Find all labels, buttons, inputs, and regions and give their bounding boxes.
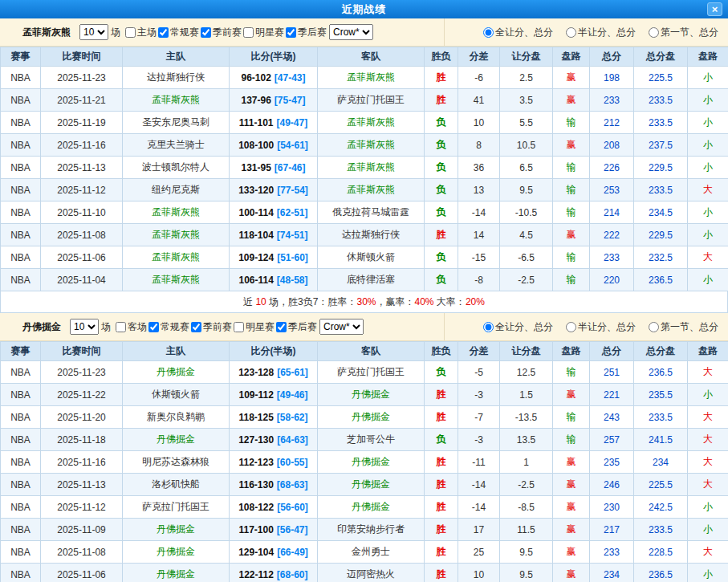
allstar-filter-label[interactable]: 明星赛 [232,320,275,334]
bookmaker-select[interactable]: Crow* [329,24,373,40]
column-header: 比赛时间 [41,342,123,361]
home-team-cell: 孟菲斯灰熊 [123,269,230,291]
home-team-cell: 克里夫兰骑士 [123,134,230,157]
column-header: 主队 [123,47,230,67]
away-team-cell: 萨克拉门托国王 [318,89,425,112]
bookmaker-select[interactable]: Crow* [319,319,364,335]
point-diff-cell: 14 [458,224,500,246]
handicap-result-cell: 输 [553,269,590,291]
league-cell: NBA [1,496,41,519]
allstar-filter-label[interactable]: 明星赛 [242,26,284,39]
half-time-score: [47-43] [275,72,306,83]
regular-season-checkbox[interactable] [158,27,169,38]
date-cell: 2025-11-12 [41,179,123,201]
full-handicap-total-radio[interactable] [483,27,494,38]
playoffs-checkbox[interactable] [286,27,296,38]
half-handicap-total-radio[interactable] [566,322,576,332]
league-cell: NBA [1,157,41,179]
odds-view-radio-group: 全让分、总分半让分、总分第一节、总分 [444,18,728,46]
score-cell: 117-100[56-47] [230,519,318,541]
summary-text: 场，胜3负7：胜率： [266,296,357,307]
playoffs-filter-label[interactable]: 季后赛 [275,320,317,334]
total-points-cell: 233 [590,541,634,564]
regular-season-filter-label[interactable]: 常规赛 [157,26,199,39]
handicap-line-cell: 11.5 [500,519,553,541]
result-cell: 胜 [425,451,458,474]
home-games-checkbox[interactable] [125,27,136,38]
full-score: 100-114 [238,207,273,218]
half-time-score: [68-63] [277,479,308,490]
game-type-filter-group: 主场常规赛季前赛明星赛季后赛 [124,26,327,39]
full-score: 108-100 [238,140,274,151]
score-cell: 123-128[65-61] [230,361,318,384]
full-score: 137-96 [241,95,270,106]
home-team-cell: 明尼苏达森林狼 [123,451,230,474]
table-header-row: 赛事比赛时间主队比分(半场)客队胜负分差让分盘盘路总分总分盘盘路 [1,47,728,67]
score-cell: 109-124[51-60] [230,246,318,269]
preseason-filter-label[interactable]: 季前赛 [189,320,232,334]
half-time-score: [58-62] [277,412,308,423]
games-count-select[interactable]: 10 [79,24,108,40]
games-count-select[interactable]: 10 [70,319,99,335]
first-quarter-total-radio-label[interactable]: 第一节、总分 [647,26,718,39]
first-quarter-total-radio[interactable] [649,322,659,332]
handicap-line-cell: 13.5 [500,429,553,451]
full-handicap-total-radio[interactable] [483,322,494,332]
result-cell: 负 [425,269,458,291]
allstar-checkbox[interactable] [243,27,254,38]
preseason-filter-label[interactable]: 季前赛 [199,26,242,39]
games-suffix-label: 场 [111,26,120,39]
home-games-filter-label[interactable]: 主场 [124,26,157,39]
full-handicap-total-radio-label[interactable]: 全让分、总分 [482,26,553,39]
full-score: 133-120 [238,185,274,196]
full-handicap-total-radio-label[interactable]: 全让分、总分 [482,320,553,334]
point-diff-cell: -7 [458,406,500,429]
regular-season-filter-label[interactable]: 常规赛 [147,320,189,334]
result-cell: 胜 [425,474,458,496]
score-cell: 133-120[77-54] [230,179,318,201]
away-games-checkbox[interactable] [116,322,126,332]
half-time-score: [62-51] [277,207,308,218]
full-score: 116-130 [238,479,273,490]
first-quarter-total-radio-label[interactable]: 第一节、总分 [647,320,718,334]
half-handicap-total-radio-label[interactable]: 半让分、总分 [564,320,636,334]
score-cell: 112-123[60-55] [230,451,318,474]
point-diff-cell: 36 [458,157,500,179]
first-quarter-total-radio[interactable] [649,27,659,38]
date-cell: 2025-11-10 [41,201,123,224]
playoffs-checkbox[interactable] [276,322,287,332]
half-time-score: [68-60] [277,569,308,580]
total-points-cell: 257 [590,429,634,451]
regular-season-checkbox[interactable] [148,322,159,332]
score-cell: 137-96[75-47] [230,89,318,112]
preseason-checkbox[interactable] [201,27,211,38]
handicap-line-cell: 10.5 [500,134,553,157]
handicap-result-cell: 赢 [553,384,590,406]
date-cell: 2025-11-12 [41,496,123,519]
total-points-cell: 233 [590,246,634,269]
allstar-checkbox[interactable] [234,322,244,332]
total-points-cell: 208 [590,134,634,157]
preseason-checkbox[interactable] [191,322,201,332]
over-under-cell: 小 [688,67,728,89]
close-icon[interactable]: × [707,2,722,16]
half-time-score: [74-51] [277,230,308,241]
game-row: NBA2025-11-21孟菲斯灰熊137-96[75-47]萨克拉门托国王胜4… [1,89,728,112]
total-line-cell: 225.5 [634,67,688,89]
column-header: 盘路 [553,342,590,361]
away-games-filter-label[interactable]: 客场 [114,320,147,334]
total-line-cell: 233.5 [634,112,688,134]
half-handicap-total-radio[interactable] [566,27,576,38]
league-cell: NBA [1,246,41,269]
playoffs-filter-label[interactable]: 季后赛 [284,26,327,39]
point-diff-cell: 10 [458,564,500,582]
half-handicap-total-radio-label[interactable]: 半让分、总分 [564,26,636,39]
over-under-cell: 大 [688,429,728,451]
handicap-line-cell: -13.5 [500,406,553,429]
result-cell: 负 [425,112,458,134]
home-team-cell: 孟菲斯灰熊 [123,246,230,269]
total-line-cell: 229.5 [634,157,688,179]
score-cell: 116-130[68-63] [230,474,318,496]
over-under-cell: 小 [688,112,728,134]
game-row: NBA2025-11-12萨克拉门托国王108-122[56-60]丹佛掘金胜-… [1,496,728,519]
